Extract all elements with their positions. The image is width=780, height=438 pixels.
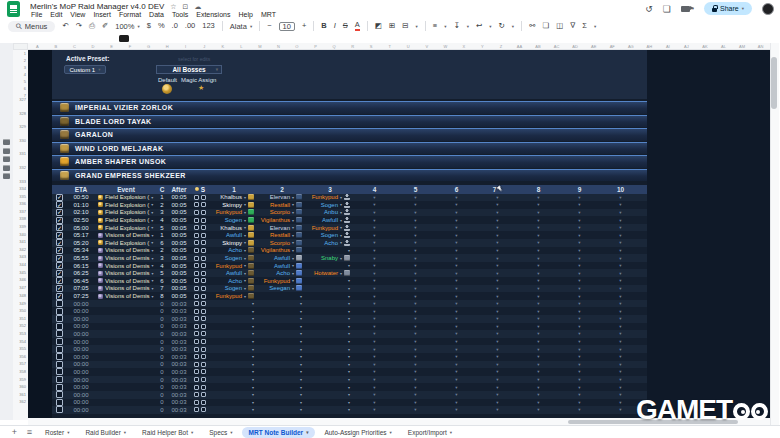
column-header-C[interactable]: C: [65, 43, 84, 49]
slot-cell-7[interactable]: ▾: [477, 248, 518, 253]
assignment-cell-2[interactable]: ▾: [258, 294, 306, 299]
slot-cell-9[interactable]: ▾: [559, 385, 600, 390]
slot-cell-7[interactable]: ▾: [477, 407, 518, 412]
slot-cell-4[interactable]: ▾: [354, 256, 395, 261]
row-number[interactable]: 357: [19, 362, 26, 366]
row-checkbox[interactable]: [56, 361, 63, 368]
slot-cell-9[interactable]: ▾: [559, 400, 600, 405]
slot-cell-6[interactable]: ▾: [436, 271, 477, 276]
tab-raid-builder[interactable]: Raid Builder▾: [78, 426, 133, 438]
font-size-field[interactable]: 10: [279, 22, 295, 31]
slot-cell-9[interactable]: ▾: [559, 392, 600, 397]
column-header-X[interactable]: X: [455, 43, 474, 49]
assignment-cell-2[interactable]: Funkypud▾: [258, 278, 306, 284]
slot-cell-4[interactable]: ▾: [354, 286, 395, 291]
assignment-cell-1[interactable]: Khalbus▾: [210, 194, 258, 200]
assignment-cell-1[interactable]: Acho▾: [210, 247, 258, 253]
zoom-select[interactable]: 100%▾: [115, 22, 139, 31]
slot-cell-8[interactable]: ▾: [518, 385, 559, 390]
undo-icon[interactable]: ↶: [62, 20, 68, 32]
eta-cell[interactable]: 05:20: [66, 240, 96, 246]
menu-item-help[interactable]: Help: [234, 11, 256, 18]
count-cell[interactable]: 1: [156, 232, 168, 238]
assignment-cell-1[interactable]: Funkypud▾: [210, 209, 258, 215]
slot-cell-8[interactable]: ▾: [518, 324, 559, 329]
slot-cell-8[interactable]: ▾: [518, 202, 559, 207]
eta-cell[interactable]: 00:00: [66, 399, 96, 405]
assignment-cell-3[interactable]: Funkypud▾: [306, 194, 354, 200]
eta-cell[interactable]: 02:10: [66, 209, 96, 215]
event-cell[interactable]: Visions of Demis▾: [96, 278, 156, 284]
slot-cell-4[interactable]: ▾: [354, 354, 395, 359]
after-cell[interactable]: 00:03: [168, 407, 190, 413]
boss-section-garalon[interactable]: GARALON: [52, 128, 647, 141]
slot-cell-10[interactable]: ▾: [600, 392, 641, 397]
count-cell[interactable]: 6: [156, 240, 168, 246]
eta-cell[interactable]: 00:00: [66, 354, 96, 360]
default-preset-icon[interactable]: [162, 84, 172, 94]
event-cell[interactable]: Visions of Demis▾: [96, 255, 156, 261]
soak-checkbox[interactable]: [201, 271, 206, 276]
slot-cell-5[interactable]: ▾: [395, 331, 436, 336]
column-headers[interactable]: ABCDEFGHIJKLMNOPQRSTUVWXYZAAABACADAEAFAG…: [28, 43, 770, 50]
row-number[interactable]: 330: [19, 139, 26, 143]
soak-checkbox[interactable]: [194, 392, 199, 397]
assignment-cell-1[interactable]: Acho▾: [210, 278, 258, 284]
assignment-cell-1[interactable]: ▾: [210, 392, 258, 397]
slot-cell-4[interactable]: ▾: [354, 240, 395, 245]
event-cell[interactable]: Visions of Demis▾: [96, 263, 156, 269]
slot-cell-5[interactable]: ▾: [395, 225, 436, 230]
assignment-cell-3[interactable]: ▾: [306, 278, 354, 283]
assignment-cell-2[interactable]: ▾: [258, 309, 306, 314]
slot-cell-6[interactable]: ▾: [436, 256, 477, 261]
column-header-U[interactable]: U: [399, 43, 418, 49]
row-number[interactable]: 339: [19, 225, 26, 229]
slot-cell-4[interactable]: ▾: [354, 407, 395, 412]
row-number[interactable]: 361: [19, 393, 26, 397]
slot-cell-7[interactable]: ▾: [477, 233, 518, 238]
functions-icon[interactable]: Σ: [582, 20, 587, 32]
assignment-cell-1[interactable]: ▾: [210, 316, 258, 321]
after-cell[interactable]: 00:05: [168, 263, 190, 269]
after-cell[interactable]: 00:05: [168, 247, 190, 253]
soak-checkbox[interactable]: [201, 339, 206, 344]
paint-format-icon[interactable]: ✐: [102, 20, 108, 32]
soak-checkbox[interactable]: [194, 271, 199, 276]
slot-cell-7[interactable]: ▾: [477, 324, 518, 329]
soak-checkbox[interactable]: [201, 233, 206, 238]
after-cell[interactable]: 00:03: [168, 339, 190, 345]
slot-cell-6[interactable]: ▾: [436, 316, 477, 321]
slot-cell-9[interactable]: ▾: [559, 309, 600, 314]
slot-cell-6[interactable]: ▾: [436, 202, 477, 207]
slot-cell-9[interactable]: ▾: [559, 324, 600, 329]
slot-cell-6[interactable]: ▾: [436, 210, 477, 215]
add-sheet-button[interactable]: +: [8, 426, 21, 438]
menu-item-extensions[interactable]: Extensions: [192, 11, 234, 18]
column-header-A[interactable]: A: [28, 43, 47, 49]
slot-cell-10[interactable]: ▾: [600, 256, 641, 261]
slot-cell-8[interactable]: ▾: [518, 392, 559, 397]
slot-cell-5[interactable]: ▾: [395, 362, 436, 367]
slot-cell-6[interactable]: ▾: [436, 362, 477, 367]
slot-cell-4[interactable]: ▾: [354, 271, 395, 276]
eta-cell[interactable]: 00:00: [66, 346, 96, 352]
row-number[interactable]: 349: [19, 302, 26, 306]
slot-cell-5[interactable]: ▾: [395, 271, 436, 276]
assignment-cell-2[interactable]: ▾: [258, 331, 306, 336]
assignment-cell-3[interactable]: Funkypud▾: [306, 225, 354, 231]
soak-checkbox[interactable]: [201, 195, 206, 200]
eta-cell[interactable]: 06:25: [66, 270, 96, 276]
column-header-Y[interactable]: Y: [473, 43, 492, 49]
row-checkbox[interactable]: [56, 201, 63, 208]
slot-cell-4[interactable]: ▾: [354, 233, 395, 238]
slot-cell-8[interactable]: ▾: [518, 210, 559, 215]
slot-cell-8[interactable]: ▾: [518, 271, 559, 276]
slot-cell-9[interactable]: ▾: [559, 233, 600, 238]
eta-cell[interactable]: 00:00: [66, 407, 96, 413]
slot-cell-9[interactable]: ▾: [559, 347, 600, 352]
percent-format-icon[interactable]: %: [158, 20, 165, 32]
slot-cell-5[interactable]: ▾: [395, 407, 436, 412]
decrease-font-size-icon[interactable]: −: [267, 20, 271, 32]
slot-cell-8[interactable]: ▾: [518, 301, 559, 306]
eta-cell[interactable]: 00:00: [66, 361, 96, 367]
